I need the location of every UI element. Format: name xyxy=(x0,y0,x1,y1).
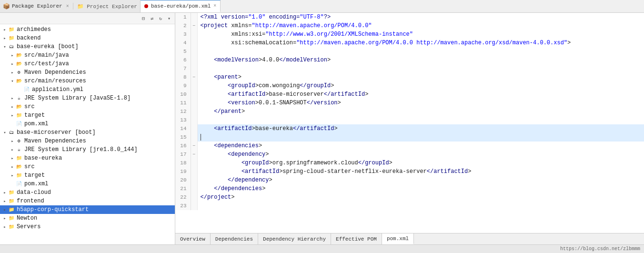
fold-marker-19 xyxy=(191,167,197,176)
tree-arrow-jre-system-lib-2[interactable] xyxy=(10,147,15,152)
code-line-16: 16− <dependencies> xyxy=(175,142,644,150)
fold-marker-18 xyxy=(191,159,197,167)
tree-arrow-src-test-java[interactable] xyxy=(10,61,15,67)
tree-item-archimedes[interactable]: 📁archimedes xyxy=(0,25,175,34)
fold-marker-16[interactable]: − xyxy=(191,142,197,150)
tree-arrow-maven-deps[interactable] xyxy=(10,70,15,75)
code-line-1: 1<?xml version="1.0" encoding="UTF-8"?> xyxy=(175,13,644,21)
collapse-all-btn[interactable]: ⊟ xyxy=(140,15,147,22)
tree-label-jre-system-lib: JRE System Library [JavaSE-1.8] xyxy=(24,95,131,101)
code-content-15 xyxy=(197,133,644,142)
tree-item-src-main-resources[interactable]: 📂src/main/resources xyxy=(0,77,175,85)
fold-marker-23 xyxy=(191,202,197,210)
tree-item-data-cloud[interactable]: 📁data-cloud xyxy=(0,188,175,197)
code-content-12: </parent> xyxy=(197,107,644,116)
package-explorer-tab-close[interactable]: × xyxy=(66,4,69,9)
fold-marker-2[interactable]: − xyxy=(191,21,197,30)
fold-marker-6 xyxy=(191,56,197,64)
tree-arrow-archimedes[interactable] xyxy=(2,27,8,32)
tree-arrow-h5app-corp-quickstart[interactable] xyxy=(2,207,8,213)
fold-marker-8[interactable]: − xyxy=(191,73,197,81)
tree-item-src-2[interactable]: 📂src xyxy=(0,162,175,171)
tree-arrow-servers[interactable] xyxy=(2,224,8,230)
tree-item-h5app-corp-quickstart[interactable]: 📁h5app-corp-quickstart xyxy=(0,205,175,214)
divider xyxy=(73,3,73,10)
tree-arrow-jre-system-lib[interactable] xyxy=(10,96,15,101)
project-explorer-tab[interactable]: 📁 Project Explorer xyxy=(77,3,137,10)
view-menu-btn[interactable]: ▾ xyxy=(165,15,173,22)
tree-arrow-data-cloud[interactable] xyxy=(2,190,8,195)
tree-arrow-base-microserver[interactable] xyxy=(2,130,8,135)
tree-item-backend[interactable]: 📁backend xyxy=(0,34,175,42)
line-number-18: 18 xyxy=(175,159,191,167)
tree-item-application-yml[interactable]: 📄application.yml xyxy=(0,85,175,94)
code-line-2: 2−<project xmlns="http://maven.apache.or… xyxy=(175,21,644,30)
line-number-23: 23 xyxy=(175,202,191,210)
tree-item-jre-system-lib-2[interactable]: ☕JRE System Library [jre1.8.0_144] xyxy=(0,145,175,154)
editor-tab-active[interactable]: base-eureka/pom.xml × xyxy=(141,0,221,12)
status-bar: https://blog.csdn.net/zlbmmm xyxy=(0,244,644,253)
tree-item-frontend[interactable]: 📁frontend xyxy=(0,197,175,205)
tree-arrow-target[interactable] xyxy=(10,113,15,118)
tree-label-frontend: frontend xyxy=(17,198,44,204)
tree-item-jre-system-lib[interactable]: ☕JRE System Library [JavaSE-1.8] xyxy=(0,94,175,102)
folder-icon: 📁 xyxy=(8,206,15,213)
tree-item-base-microserver[interactable]: 🗂base-microserver [boot] xyxy=(0,128,175,137)
link-editor-btn[interactable]: ⇄ xyxy=(148,15,156,22)
tree-arrow-backend[interactable] xyxy=(2,36,8,41)
tree-arrow-newton[interactable] xyxy=(2,216,8,221)
tree-arrow-src-main-resources[interactable] xyxy=(10,79,15,84)
tree-arrow-src[interactable] xyxy=(10,104,15,110)
fold-marker-17[interactable]: − xyxy=(191,150,197,159)
line-number-14: 14 xyxy=(175,124,191,133)
tree-item-newton[interactable]: 📁Newton xyxy=(0,214,175,223)
tree-arrow-src-2[interactable] xyxy=(10,164,15,170)
tree-label-maven-deps: Maven Dependencies xyxy=(24,69,86,76)
folder-icon: 📁 xyxy=(8,34,15,42)
code-content-18: <groupId>org.springframework.cloud</grou… xyxy=(197,159,644,167)
tree-item-target-2[interactable]: 📁target xyxy=(0,171,175,180)
tree-item-base-eureka[interactable]: 🗂base-eureka [boot] xyxy=(0,42,175,51)
tab-bar: 📦 Package Explorer × 📁 Project Explorer … xyxy=(0,0,644,13)
bottom-tab-effective-pom[interactable]: Effective POM xyxy=(331,233,382,244)
tree-arrow-frontend[interactable] xyxy=(2,199,8,204)
tree-arrow-base-eureka-2[interactable] xyxy=(10,156,15,161)
src-icon: 📂 xyxy=(15,51,23,59)
tree-item-src-test-java[interactable]: 📂src/test/java xyxy=(0,60,175,68)
tree-item-target[interactable]: 📁target xyxy=(0,111,175,120)
line-number-19: 19 xyxy=(175,167,191,176)
code-table: 1<?xml version="1.0" encoding="UTF-8"?>2… xyxy=(175,13,644,210)
tree-arrow-maven-deps-2[interactable] xyxy=(10,139,15,144)
tree-item-src[interactable]: 📂src xyxy=(0,102,175,111)
code-content-19: <artifactId>spring-cloud-starter-netflix… xyxy=(197,167,644,176)
tree-label-backend: backend xyxy=(17,35,40,41)
bottom-tab-pom-xml[interactable]: pom.xml xyxy=(382,233,414,244)
tree-item-src-main-java[interactable]: 📂src/main/java xyxy=(0,51,175,60)
code-line-15: 15 xyxy=(175,133,644,142)
code-content-9: <groupId>com.wongoing</groupId> xyxy=(197,81,644,90)
tree-label-servers: Servers xyxy=(17,223,40,230)
bottom-tab-dep-hierarchy[interactable]: Dependency Hierarchy xyxy=(258,233,331,244)
tree-item-base-eureka-2[interactable]: 📁base-eureka xyxy=(0,154,175,162)
tree-arrow-src-main-java[interactable] xyxy=(10,53,15,58)
bottom-tab-overview[interactable]: Overview xyxy=(175,233,211,244)
code-content-2: <project xmlns="http://maven.apache.org/… xyxy=(197,21,644,30)
tree-item-servers[interactable]: 📁Servers xyxy=(0,223,175,231)
tree-item-pom-xml-1[interactable]: 📄pom.xml xyxy=(0,120,175,128)
package-explorer-tab[interactable]: 📦 Package Explorer × 📁 Project Explorer xyxy=(0,0,141,12)
line-number-1: 1 xyxy=(175,13,191,21)
tree-label-jre-system-lib-2: JRE System Library [jre1.8.0_144] xyxy=(24,146,138,153)
tree-arrow-base-eureka[interactable] xyxy=(2,44,8,50)
tree-item-maven-deps[interactable]: ⚙Maven Dependencies xyxy=(0,68,175,77)
editor-tab-close[interactable]: × xyxy=(213,3,216,9)
tree-item-pom-xml-2[interactable]: 📄pom.xml xyxy=(0,180,175,188)
bottom-tab-dependencies[interactable]: Dependencies xyxy=(211,233,258,244)
line-number-21: 21 xyxy=(175,184,191,193)
tree-label-base-eureka-2: base-eureka xyxy=(24,155,62,162)
line-number-6: 6 xyxy=(175,56,191,64)
tree-label-base-microserver: base-microserver [boot] xyxy=(17,129,96,136)
editor-area[interactable]: 1<?xml version="1.0" encoding="UTF-8"?>2… xyxy=(175,13,644,233)
refresh-btn[interactable]: ↻ xyxy=(157,15,164,22)
tree-item-maven-deps-2[interactable]: ⚙Maven Dependencies xyxy=(0,137,175,145)
tree-arrow-target-2[interactable] xyxy=(10,173,15,178)
